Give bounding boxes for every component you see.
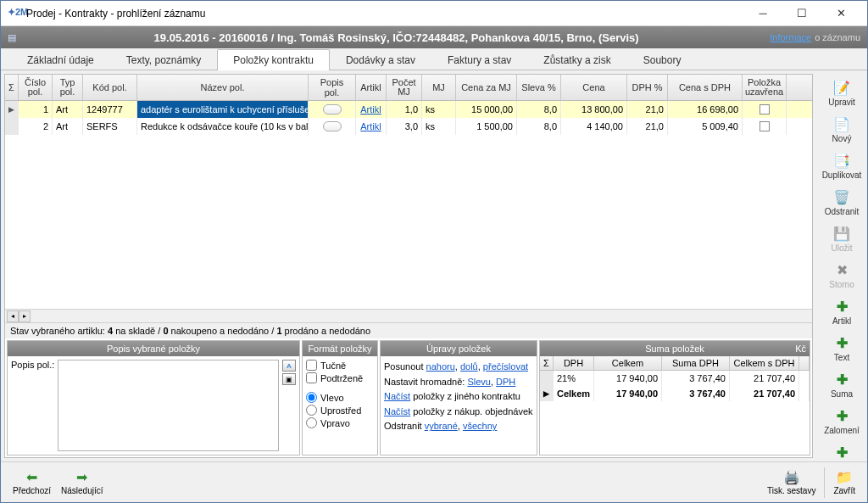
closed-checkbox[interactable] [760, 121, 770, 131]
col-artikl[interactable]: Artikl [356, 75, 387, 100]
tab-0[interactable]: Základní údaje [11, 49, 110, 70]
col-mj[interactable]: MJ [422, 75, 456, 100]
fmt-uprostred[interactable]: Uprostřed [306, 405, 374, 416]
fmt-podtrzene[interactable]: Podtrženě [306, 372, 374, 383]
tab-1[interactable]: Texty, poznámky [110, 49, 217, 70]
col-nazev[interactable]: Název pol. [137, 75, 309, 100]
popis-textarea[interactable] [58, 360, 279, 451]
link-dolu[interactable]: dolů [460, 361, 478, 372]
col-sum[interactable]: Σ [5, 75, 19, 100]
close-button[interactable]: ✕ [821, 1, 860, 26]
tab-3[interactable]: Dodávky a stav [330, 49, 431, 70]
footer: ⬅Předchozí ➡Následující 🖨️Tisk. sestavy … [1, 461, 867, 502]
app-icon: ✦2M [8, 7, 21, 20]
cancel-icon: ✖ [833, 261, 850, 278]
side-upravit[interactable]: 📝Upravit [818, 75, 865, 110]
side-zalomeni[interactable]: ✚Zalomení [818, 404, 865, 439]
close-record-button[interactable]: 📁Zavřít [828, 467, 860, 497]
side-ulozit: 💾Uložit [818, 221, 865, 256]
col-sleva[interactable]: Sleva % [517, 75, 561, 100]
link-nacist-obj[interactable]: Načíst [384, 406, 410, 416]
plus-icon: ✚ [833, 298, 850, 315]
col-pocet[interactable]: PočetMJ [387, 75, 422, 100]
panel-suma-title: Suma položekKč [540, 341, 810, 356]
edit-icon: 📝 [833, 79, 850, 96]
side-suma[interactable]: ✚Suma [818, 367, 865, 402]
col-cislo[interactable]: Číslopol. [19, 75, 53, 100]
grid-scrollbar[interactable]: ◂ ▸ [5, 309, 812, 322]
print-button[interactable]: 🖨️Tisk. sestavy [762, 467, 821, 497]
tab-6[interactable]: Soubory [627, 49, 698, 70]
sidebar: 📝Upravit 📄Nový 📑Duplikovat 🗑️Odstranit 💾… [816, 70, 867, 461]
closed-checkbox[interactable] [760, 104, 770, 115]
col-typ[interactable]: Typpol. [53, 75, 83, 100]
col-kod[interactable]: Kód pol. [83, 75, 137, 100]
sum-col-z[interactable]: Σ [540, 356, 554, 370]
col-cenadph[interactable]: Cena s DPH [668, 75, 743, 100]
delete-icon: 🗑️ [833, 188, 850, 205]
panel-popis-title: Popis vybrané položky [8, 341, 299, 356]
col-popis[interactable]: Popis pol. [309, 75, 356, 100]
save-icon: 💾 [833, 225, 850, 242]
tab-4[interactable]: Faktury a stav [431, 49, 527, 70]
panel-format-title: Formát položky [303, 341, 377, 356]
record-title: 19.05.2016 - 20160016 / Ing. Tomáš Rosin… [23, 31, 770, 44]
link-odstr-vsechny[interactable]: všechny [463, 421, 497, 431]
side-duplikovat[interactable]: 📑Duplikovat [818, 148, 865, 183]
link-slevu[interactable]: Slevu [467, 377, 491, 387]
col-cenamj[interactable]: Cena za MJ [456, 75, 517, 100]
titlebar: ✦2M Prodej - Kontrakty - prohlížení zázn… [1, 1, 867, 26]
sum-col-sdph[interactable]: Suma DPH [662, 356, 730, 370]
fmt-vlevo[interactable]: Vlevo [306, 392, 374, 403]
link-nahoru[interactable]: nahoru [426, 361, 455, 372]
panel-suma: Suma položekKč Σ DPH Celkem Suma DPH Cel… [539, 340, 810, 455]
scroll-right[interactable]: ▸ [19, 310, 31, 322]
side-novy[interactable]: 📄Nový [818, 112, 865, 147]
info-link[interactable]: Informace [770, 32, 811, 42]
popis-icon[interactable] [323, 121, 342, 131]
sum-total-row: ▶Celkem17 940,003 767,4021 707,40 [540, 386, 810, 401]
grid-header: Σ Číslopol. Typpol. Kód pol. Název pol. … [5, 75, 812, 101]
fmt-tucne[interactable]: Tučně [306, 360, 374, 371]
window-title: Prodej - Kontrakty - prohlížení záznamu [26, 8, 743, 20]
link-precislovat[interactable]: přečíslovat [483, 361, 528, 372]
popis-btn-expand[interactable]: ▣ [282, 373, 296, 385]
artikl-link[interactable]: Artikl [360, 121, 381, 131]
fmt-vpravo[interactable]: Vpravo [306, 417, 374, 428]
side-artikl[interactable]: ✚Artikl [818, 294, 865, 329]
panel-upravy-title: Úpravy položek [381, 341, 537, 356]
tab-5[interactable]: Zůstatky a zisk [527, 49, 626, 70]
link-nacist-kontrakt[interactable]: Načíst [384, 391, 410, 401]
table-row[interactable]: 2ArtSERFSRedukce k odsávačce kouře (10 k… [5, 118, 812, 135]
sum-col-dph[interactable]: DPH [554, 356, 594, 370]
col-cena[interactable]: Cena [561, 75, 627, 100]
scroll-left[interactable]: ◂ [7, 310, 19, 322]
side-odstranit[interactable]: 🗑️Odstranit [818, 185, 865, 220]
prev-button[interactable]: ⬅Předchozí [8, 467, 56, 497]
folder-icon: 📁 [836, 469, 853, 485]
popis-btn-a[interactable]: A [282, 360, 296, 372]
tabs: Základní údajeTexty, poznámkyPoložky kon… [1, 48, 867, 70]
col-uzav[interactable]: Položkauzavřena [743, 75, 787, 100]
duplicate-icon: 📑 [833, 152, 850, 169]
col-dph[interactable]: DPH % [627, 75, 668, 100]
artikl-link[interactable]: Artikl [360, 104, 381, 115]
sum-row[interactable]: 21%17 940,003 767,4021 707,40 [540, 371, 810, 386]
sum-col-cs[interactable]: Celkem s DPH [730, 356, 799, 370]
grid-body[interactable]: ▶1Art1249777adaptér s eurolištami k uchy… [5, 101, 812, 309]
maximize-button[interactable]: ☐ [782, 1, 821, 26]
sum-col-celkem[interactable]: Celkem [594, 356, 662, 370]
new-icon: 📄 [833, 115, 850, 132]
plus-icon: ✚ [833, 371, 850, 388]
popis-icon[interactable] [323, 104, 342, 115]
record-icon: ▤ [8, 32, 16, 43]
tab-2[interactable]: Položky kontraktu [217, 49, 330, 70]
link-odstr-vybrane[interactable]: vybrané [425, 421, 458, 431]
link-dph[interactable]: DPH [496, 377, 515, 387]
side-text[interactable]: ✚Text [818, 331, 865, 366]
table-row[interactable]: ▶1Art1249777adaptér s eurolištami k uchy… [5, 101, 812, 118]
minimize-button[interactable]: ─ [743, 1, 782, 26]
plus-icon: ✚ [833, 444, 850, 461]
arrow-left-icon: ⬅ [26, 469, 37, 485]
next-button[interactable]: ➡Následující [56, 467, 108, 497]
